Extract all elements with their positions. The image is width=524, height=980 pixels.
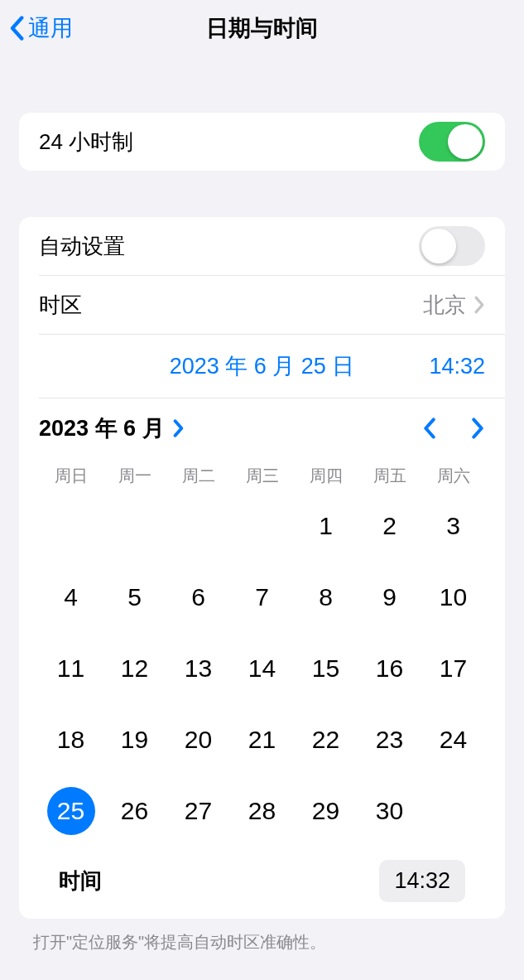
- timezone-value: 北京: [423, 291, 466, 320]
- footer-note: 打开"定位服务"将提高自动时区准确性。: [0, 919, 524, 953]
- day-cell[interactable]: 26: [103, 787, 166, 835]
- day-cell[interactable]: 10: [421, 573, 485, 621]
- weekday-header: 周日周一周二周三周四周五周六: [39, 458, 485, 494]
- day-cell[interactable]: 23: [358, 716, 421, 764]
- day-cell[interactable]: 27: [166, 787, 230, 835]
- row-auto-set: 自动设置: [19, 217, 505, 275]
- auto-set-label: 自动设置: [39, 232, 125, 261]
- day-cell[interactable]: 5: [103, 573, 166, 621]
- header: 通用 日期与时间: [0, 0, 524, 56]
- day-cell[interactable]: 12: [103, 644, 166, 693]
- day-cell[interactable]: 30: [358, 787, 421, 835]
- calendar: 2023 年 6 月: [19, 398, 505, 919]
- calendar-header: 2023 年 6 月: [39, 413, 485, 443]
- day-cell[interactable]: 20: [166, 716, 230, 764]
- weekday-label: 周日: [39, 458, 103, 494]
- day-cell[interactable]: 2: [358, 502, 421, 550]
- day-cell[interactable]: 19: [103, 716, 166, 764]
- chevron-right-icon: [474, 296, 485, 314]
- toggle-knob: [448, 124, 483, 159]
- day-cell[interactable]: 1: [294, 502, 358, 550]
- weekday-label: 周五: [358, 458, 421, 494]
- back-button[interactable]: 通用: [8, 13, 73, 43]
- weekday-label: 周六: [421, 458, 485, 494]
- day-cell[interactable]: 7: [230, 573, 294, 621]
- month-selector[interactable]: 2023 年 6 月: [39, 413, 185, 443]
- day-cell[interactable]: 28: [230, 787, 294, 835]
- weekday-label: 周三: [230, 458, 294, 494]
- weekday-label: 周二: [166, 458, 230, 494]
- day-empty: [230, 502, 294, 550]
- row-24-hour: 24 小时制: [19, 113, 505, 171]
- weekday-label: 周一: [103, 458, 166, 494]
- day-cell[interactable]: 13: [166, 644, 230, 693]
- days-grid: 1234567891011121314151617181920212223242…: [39, 502, 485, 835]
- day-cell[interactable]: 22: [294, 716, 358, 764]
- auto-set-toggle[interactable]: [419, 226, 485, 266]
- timezone-label: 时区: [39, 291, 82, 320]
- prev-month-button[interactable]: [422, 417, 437, 440]
- day-cell[interactable]: 6: [166, 573, 230, 621]
- selected-date[interactable]: 2023 年 6 月 25 日: [170, 351, 355, 381]
- time-label: 时间: [59, 867, 102, 896]
- chevron-left-icon: [8, 16, 25, 41]
- day-cell[interactable]: 4: [39, 573, 103, 621]
- day-cell[interactable]: 21: [230, 716, 294, 764]
- twenty-four-hour-label: 24 小时制: [39, 128, 133, 157]
- row-time: 时间 14:32: [39, 843, 485, 902]
- day-cell[interactable]: 18: [39, 716, 103, 764]
- day-empty: [103, 502, 166, 550]
- day-cell[interactable]: 8: [294, 573, 358, 621]
- timezone-value-wrapper: 北京: [423, 291, 485, 320]
- twenty-four-hour-toggle[interactable]: [419, 122, 485, 162]
- page-title: 日期与时间: [206, 13, 318, 43]
- day-cell[interactable]: 14: [230, 644, 294, 693]
- section-24-hour: 24 小时制: [19, 113, 505, 171]
- row-timezone[interactable]: 时区 北京: [19, 276, 505, 334]
- day-empty: [39, 502, 103, 550]
- day-cell[interactable]: 16: [358, 644, 421, 693]
- selected-time[interactable]: 14:32: [429, 354, 485, 379]
- day-cell[interactable]: 17: [421, 644, 485, 693]
- day-cell[interactable]: 9: [358, 573, 421, 621]
- day-cell[interactable]: 24: [421, 716, 485, 764]
- section-date-time: 自动设置 时区 北京 2023 年 6 月 25 日 14:32 2023 年 …: [19, 217, 505, 919]
- back-label: 通用: [28, 13, 73, 43]
- day-cell[interactable]: 29: [294, 787, 358, 835]
- day-cell[interactable]: 25: [39, 787, 103, 835]
- next-month-button[interactable]: [470, 417, 485, 440]
- chevron-right-icon: [173, 419, 185, 437]
- toggle-knob: [421, 229, 456, 263]
- day-cell[interactable]: 3: [421, 502, 485, 550]
- day-cell[interactable]: 15: [294, 644, 358, 693]
- month-nav: [422, 417, 485, 440]
- row-selected-datetime: 2023 年 6 月 25 日 14:32: [19, 335, 505, 398]
- time-picker[interactable]: 14:32: [379, 860, 465, 902]
- month-label: 2023 年 6 月: [39, 413, 165, 443]
- weekday-label: 周四: [294, 458, 358, 494]
- day-cell[interactable]: 11: [39, 644, 103, 693]
- day-empty: [166, 502, 230, 550]
